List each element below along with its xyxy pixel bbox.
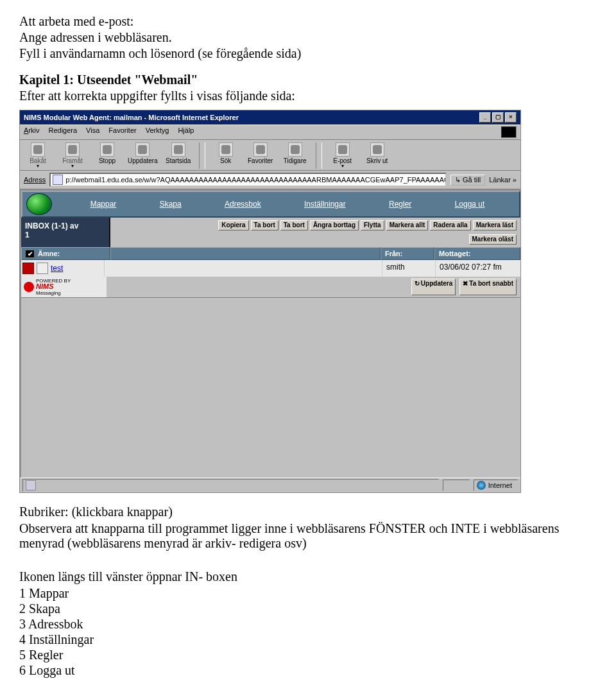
- btn-angra[interactable]: Ångra borttag: [310, 220, 359, 230]
- check-icon: ✔: [26, 250, 34, 257]
- btn-flytta[interactable]: Flytta: [361, 220, 384, 230]
- btn-uppdatera[interactable]: ↻Uppdatera: [411, 279, 456, 295]
- refresh-button[interactable]: Uppdatera: [128, 143, 158, 169]
- intro-line1: Att arbeta med e-post:: [19, 14, 597, 29]
- list-item: 6 Logga ut: [19, 663, 597, 678]
- nims-badge: POWERED BYNIMSMessaging: [21, 277, 107, 297]
- inbox-label: INBOX (1-1) av 1: [21, 218, 110, 247]
- message-subject-link[interactable]: test: [51, 264, 63, 273]
- history-button[interactable]: Tidigare: [281, 143, 309, 169]
- message-row[interactable]: test smith 03/06/02 07:27 fm: [21, 260, 520, 277]
- header-fran[interactable]: Från:: [381, 247, 434, 260]
- nav-installningar[interactable]: Inställningar: [304, 200, 346, 209]
- minimize-button[interactable]: _: [479, 112, 491, 123]
- status-left: [22, 479, 439, 492]
- intro-text: Att arbeta med e-post: Ange adressen i w…: [19, 14, 597, 61]
- home-button[interactable]: Startsida: [164, 143, 193, 169]
- btn-tabort2[interactable]: Ta bort: [280, 220, 308, 230]
- search-button[interactable]: Sök: [212, 143, 240, 169]
- nav-regler[interactable]: Regler: [389, 200, 411, 209]
- rubriker-line: Rubriker: (klickbara knappar): [19, 505, 597, 519]
- menu-arkiv[interactable]: Arkiv: [24, 126, 39, 138]
- header-checkcol[interactable]: ✔ Ämne:: [21, 247, 110, 260]
- close-button[interactable]: ×: [505, 112, 517, 123]
- priority-icon: [22, 263, 34, 274]
- message-from: smith: [382, 260, 435, 277]
- print-button[interactable]: Skriv ut: [363, 143, 391, 169]
- address-input[interactable]: p://webmail1.edu.eda.se/w/w?AQAAAAAAAAAA…: [49, 173, 447, 187]
- btn-markolast[interactable]: Markera oläst: [469, 234, 517, 245]
- url-text: p://webmail1.edu.eda.se/w/w?AQAAAAAAAAAA…: [65, 176, 447, 184]
- go-button[interactable]: ↳ Gå till: [450, 175, 485, 186]
- nav-list: 1 Mappar 2 Skapa 3 Adressbok 4 Inställni…: [19, 586, 597, 678]
- menu-visa[interactable]: Visa: [86, 126, 99, 138]
- intro-line2: Ange adressen i webbläsaren.: [19, 30, 597, 45]
- doc-icon: [26, 480, 36, 490]
- maximize-button[interactable]: ▢: [492, 112, 504, 123]
- menu-redigera[interactable]: Redigera: [48, 126, 77, 138]
- links-label[interactable]: Länkar »: [489, 176, 517, 184]
- status-zone: Internet: [474, 480, 518, 491]
- webmail-headerrow: ✔ Ämne: Från: Mottaget:: [21, 247, 520, 260]
- mail-icon: [37, 263, 48, 274]
- page-viewport: Mappar Skapa Adressbok Inställningar Reg…: [20, 189, 520, 478]
- webmail-footerrow: POWERED BYNIMSMessaging ↻Uppdatera ✖Ta b…: [21, 277, 520, 297]
- header-amne: Ämne:: [38, 250, 60, 257]
- btn-tabortsnabbt[interactable]: ✖Ta bort snabbt: [459, 279, 517, 295]
- ie-logo-icon: [501, 126, 517, 138]
- menu-favoriter[interactable]: Favoriter: [108, 126, 136, 138]
- chapter-subtext: Efter att korrekta uppgifter fyllts i vi…: [19, 89, 597, 103]
- nav-skapa[interactable]: Skapa: [160, 200, 182, 209]
- browser-window: NIMS Modular Web Agent: mailman - Micros…: [19, 110, 521, 493]
- btn-kopiera[interactable]: Kopiera: [218, 220, 248, 230]
- btn-marklast[interactable]: Markera läst: [473, 220, 517, 230]
- chapter-heading: Kapitel 1: Utseendet "Webmail": [19, 73, 597, 87]
- nims-icon: [24, 282, 34, 292]
- menu-verktyg[interactable]: Verktyg: [146, 126, 169, 138]
- statusbar: Internet: [20, 478, 520, 492]
- favorites-button[interactable]: Favoriter: [246, 143, 275, 169]
- menubar: Arkiv Redigera Visa Favoriter Verktyg Hj…: [20, 125, 520, 140]
- back-button[interactable]: Bakåt▾: [24, 143, 52, 169]
- list-item: 3 Adressbok: [19, 617, 597, 632]
- ikon-line: Ikonen längs till vänster öppnar IN- box…: [19, 569, 597, 584]
- list-item: 5 Regler: [19, 648, 597, 662]
- list-item: 1 Mappar: [19, 586, 597, 601]
- nav-mappar[interactable]: Mappar: [90, 200, 117, 209]
- list-item: 4 Inställningar: [19, 632, 597, 647]
- internet-icon: [477, 481, 486, 490]
- window-title: NIMS Modular Web Agent: mailman - Micros…: [24, 114, 239, 121]
- below-text: Rubriker: (klickbara knappar) Observera …: [19, 505, 597, 678]
- header-mottaget[interactable]: Mottaget:: [434, 247, 520, 260]
- nav-adressbok[interactable]: Adressbok: [225, 200, 261, 209]
- empty-area: [21, 297, 520, 478]
- btn-markallt[interactable]: Markera allt: [386, 220, 429, 230]
- toolbar: Bakåt▾ Framåt▾ Stopp Uppdatera Startsida…: [20, 140, 520, 171]
- page-icon: [53, 175, 63, 185]
- message-received: 03/06/02 07:27 fm: [435, 260, 520, 277]
- webmail-nav: Mappar Skapa Adressbok Inställningar Reg…: [21, 191, 520, 218]
- titlebar: NIMS Modular Web Agent: mailman - Micros…: [20, 110, 520, 125]
- address-label: Adress: [24, 176, 46, 184]
- list-item: 2 Skapa: [19, 601, 597, 616]
- stop-button[interactable]: Stopp: [93, 143, 121, 169]
- btn-raderalla[interactable]: Radera alla: [430, 220, 470, 230]
- intro-line3: Fyll i användarnamn och lösenord (se för…: [19, 46, 597, 61]
- address-bar: Adress p://webmail1.edu.eda.se/w/w?AQAAA…: [20, 171, 520, 189]
- forward-button[interactable]: Framåt▾: [58, 143, 87, 169]
- mail-button[interactable]: E-post▾: [329, 143, 357, 169]
- webmail-actionrow: INBOX (1-1) av 1 Kopiera Ta bort Ta bort…: [21, 218, 520, 247]
- menu-hjalp[interactable]: Hjälp: [178, 126, 194, 138]
- obs-line: Observera att knapparna till programmet …: [19, 521, 597, 551]
- btn-tabort1[interactable]: Ta bort: [251, 220, 278, 230]
- nav-loggaut[interactable]: Logga ut: [455, 200, 485, 209]
- globe-icon[interactable]: [26, 193, 52, 215]
